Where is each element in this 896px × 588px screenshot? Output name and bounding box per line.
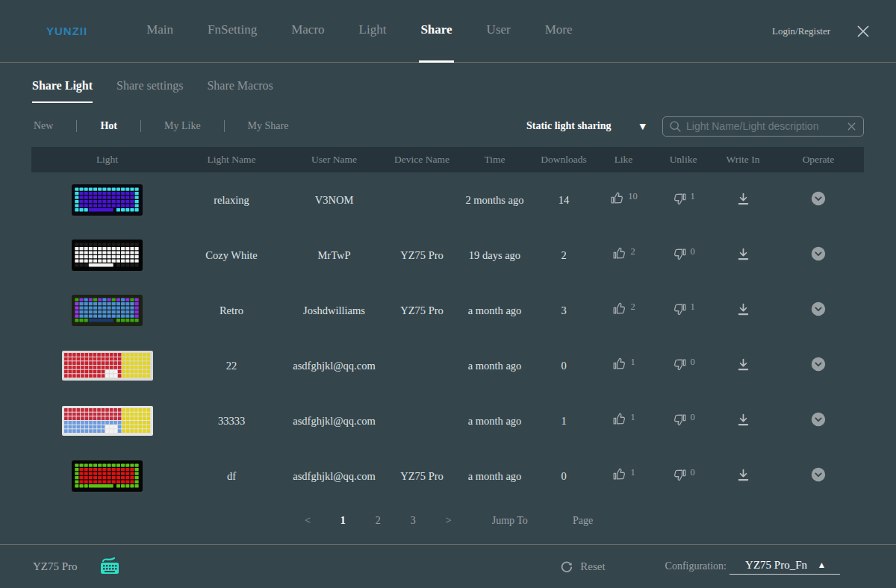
pagination-prev[interactable]: < [290, 515, 326, 527]
configuration-select[interactable]: YZ75 Pro_Fn ▲ [729, 559, 840, 575]
write-in-download-button[interactable] [735, 191, 751, 210]
downloads-cell: 0 [534, 448, 594, 504]
thumbs-down-icon [671, 245, 688, 265]
tab-share-macros[interactable]: Share Macros [207, 79, 273, 103]
user-name-cell: Joshdwilliams [280, 283, 388, 338]
write-in-download-button[interactable] [735, 357, 751, 375]
filter-bar: NewHotMy LikeMy Share Static light shari… [32, 115, 864, 137]
chevron-down-circle-icon [810, 356, 827, 375]
operate-expand-button[interactable] [810, 190, 827, 210]
time-cell: 19 days ago [455, 228, 534, 283]
like-count: 1 [630, 467, 635, 478]
nav-item-light[interactable]: Light [358, 0, 388, 63]
write-in-download-button[interactable] [735, 246, 751, 265]
column-header-device-name: Device Name [388, 147, 455, 172]
download-icon [735, 191, 751, 210]
nav-item-macro[interactable]: Macro [290, 0, 326, 63]
close-icon[interactable] [856, 24, 871, 39]
pagination-page-label: Page [559, 515, 606, 527]
operate-expand-button[interactable] [810, 356, 827, 375]
download-icon [735, 301, 751, 320]
pagination-page-2[interactable]: 2 [361, 515, 396, 527]
app-window: YUNZII MainFnSettingMacroLightShareUserM… [0, 0, 896, 588]
reset-button[interactable]: Reset [560, 560, 605, 573]
keyboard-light-preview-icon [62, 351, 153, 381]
thumbs-down-icon [671, 190, 688, 210]
tab-share-light[interactable]: Share Light [32, 79, 93, 103]
thumbs-down-icon [671, 301, 688, 320]
tab-share-settings[interactable]: Share settings [116, 79, 183, 103]
filter-my-share[interactable]: My Share [246, 120, 290, 132]
light-thumbnail[interactable] [31, 393, 183, 448]
pagination-page-3[interactable]: 3 [396, 515, 431, 527]
filter-new[interactable]: New [32, 120, 55, 132]
write-in-download-button[interactable] [735, 301, 751, 320]
like-button[interactable]: 2 [612, 245, 635, 265]
column-header-unlike: Unlike [653, 147, 713, 172]
column-header-time: Time [455, 147, 534, 172]
filter-hot[interactable]: Hot [99, 120, 119, 132]
topbar-right: Login/Register [772, 0, 871, 63]
operate-expand-button[interactable] [810, 245, 827, 265]
light-thumbnail[interactable] [31, 338, 183, 393]
keyboard-light-preview-icon [72, 184, 143, 216]
nav-item-more[interactable]: More [544, 0, 574, 63]
like-button[interactable]: 2 [612, 301, 635, 320]
nav-item-user[interactable]: User [485, 0, 512, 63]
time-cell: a month ago [455, 338, 534, 393]
filter-divider [140, 120, 141, 132]
filter-my-like[interactable]: My Like [163, 120, 202, 132]
unlike-button[interactable]: 0 [671, 356, 694, 375]
operate-cell [773, 283, 864, 338]
like-count: 2 [630, 301, 635, 313]
unlike-button[interactable]: 0 [671, 245, 694, 265]
search-input[interactable] [686, 120, 841, 132]
sort-filters: NewHotMy LikeMy Share [32, 120, 290, 132]
nav-item-share[interactable]: Share [419, 0, 453, 63]
unlike-button[interactable]: 1 [671, 301, 694, 320]
light-type-dropdown[interactable]: Static light sharing ▼ [526, 120, 646, 132]
like-button[interactable]: 1 [612, 411, 635, 431]
table-row: 33333asdfghjkl@qq.coma month ago110 [31, 393, 864, 448]
light-thumbnail[interactable] [31, 283, 183, 338]
like-button[interactable]: 1 [612, 356, 635, 375]
unlike-count: 0 [690, 246, 694, 257]
nav-item-fnsetting[interactable]: FnSetting [206, 0, 258, 63]
configuration-label: Configuration: [665, 560, 727, 572]
chevron-down-circle-icon [810, 411, 827, 431]
keyboard-light-preview-icon [72, 460, 143, 492]
downloads-cell: 14 [534, 172, 594, 228]
like-cell: 2 [594, 228, 653, 283]
nav-item-main[interactable]: Main [145, 0, 175, 63]
topbar: YUNZII MainFnSettingMacroLightShareUserM… [0, 0, 896, 63]
thumbs-up-icon [609, 190, 626, 210]
light-thumbnail[interactable] [31, 172, 183, 228]
light-thumbnail[interactable] [31, 448, 183, 504]
table-row: dfasdfghjkl@qq.comYZ75 Proa month ago010 [31, 448, 864, 504]
unlike-button[interactable]: 1 [671, 190, 694, 210]
operate-expand-button[interactable] [810, 411, 827, 431]
user-name-cell: asdfghjkl@qq.com [280, 393, 388, 448]
table-row: relaxingV3NOM2 months ago14101 [31, 172, 864, 228]
like-button[interactable]: 10 [609, 190, 638, 210]
like-button[interactable]: 1 [612, 466, 635, 486]
light-type-dropdown-value: Static light sharing [526, 120, 612, 132]
pagination-next[interactable]: > [431, 515, 467, 527]
light-thumbnail[interactable] [31, 228, 183, 283]
device-name-cell [388, 172, 455, 228]
operate-expand-button[interactable] [810, 301, 827, 320]
filter-right: Static light sharing ▼ [526, 116, 864, 137]
unlike-button[interactable]: 0 [671, 411, 694, 431]
search-clear-icon[interactable] [846, 121, 857, 132]
unlike-cell: 1 [653, 172, 713, 228]
chevron-up-icon: ▲ [819, 561, 824, 569]
write-in-download-button[interactable] [735, 467, 751, 486]
pagination-page-1[interactable]: 1 [326, 515, 361, 527]
write-in-download-button[interactable] [735, 412, 751, 431]
login-register-link[interactable]: Login/Register [772, 25, 830, 37]
column-header-user-name: User Name [280, 147, 388, 172]
unlike-button[interactable]: 0 [671, 466, 694, 486]
operate-expand-button[interactable] [810, 466, 827, 486]
like-cell: 1 [594, 393, 653, 448]
pagination-jump-to[interactable]: Jump To [479, 515, 541, 527]
